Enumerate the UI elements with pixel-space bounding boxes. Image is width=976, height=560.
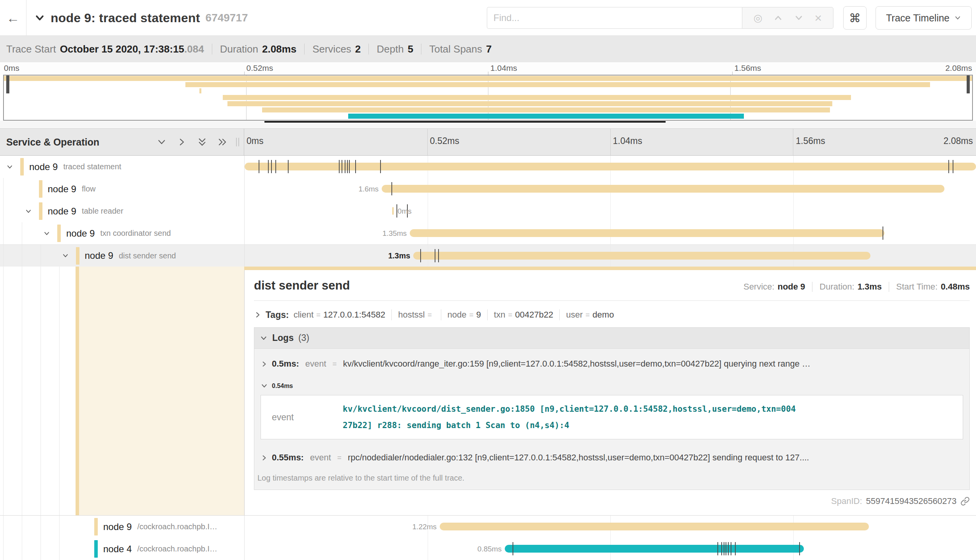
minimap-span-row (4, 82, 972, 88)
collapse-span-chevron-icon[interactable] (25, 208, 32, 215)
span-duration-bar[interactable] (392, 207, 394, 215)
log-marker-tick (268, 160, 269, 173)
span-row-3[interactable]: node 9txn coordinator send1.35ms (0, 222, 976, 244)
span-name-cell[interactable]: node 9/cockroach.roachpb.I… (0, 516, 244, 538)
span-service-name[interactable]: node 9 (48, 206, 76, 217)
locate-span-icon[interactable]: ◎ (754, 12, 763, 24)
span-duration-bar[interactable] (440, 523, 869, 530)
log-row[interactable]: 0.55ms:event=rpc/nodedialer/nodedialer.g… (258, 445, 965, 470)
span-name-wrap[interactable]: node 9table reader (39, 200, 123, 222)
back-button[interactable]: ← (0, 0, 26, 36)
ruler-label: 0.52ms (430, 136, 459, 146)
minimap-scrubber-strip (0, 121, 976, 128)
span-duration-bar[interactable] (413, 252, 870, 260)
find-next-icon[interactable] (794, 13, 803, 23)
tag-item[interactable]: hostssl= (398, 310, 435, 320)
minimap-span-row (4, 88, 972, 94)
log-marker-tick (728, 542, 729, 555)
find-input[interactable] (487, 7, 742, 29)
span-duration-bar[interactable] (245, 163, 976, 170)
span-name-wrap[interactable]: node 9dist sender send (76, 245, 176, 267)
timeline-gridline (428, 538, 428, 560)
collapse-span-chevron-icon[interactable] (62, 252, 69, 259)
span-name-wrap[interactable]: node 9traced statement (20, 156, 121, 178)
span-timeline-cell[interactable] (244, 156, 976, 178)
tag-item[interactable]: txn=00427b22 (494, 310, 553, 320)
span-row-4[interactable]: node 9dist sender send1.3ms (0, 244, 976, 267)
span-service-name[interactable]: node 9 (66, 228, 95, 239)
minimap[interactable] (3, 75, 973, 121)
span-name-wrap[interactable]: node 9flow (39, 178, 96, 200)
log-marker-tick (342, 160, 342, 173)
span-service-name[interactable]: node 9 (85, 250, 113, 261)
expand-one-icon[interactable] (177, 137, 187, 147)
services-label: Services (312, 43, 351, 55)
tag-item[interactable]: user=demo (566, 310, 614, 320)
span-row-6[interactable]: node 4/cockroach.roachpb.I…0.85ms (0, 538, 976, 560)
span-duration-bar[interactable] (505, 545, 803, 553)
log-expanded-header[interactable]: 0.54ms (258, 377, 965, 393)
logs-header[interactable]: Logs (3) (254, 328, 969, 349)
span-duration-bar[interactable] (382, 185, 944, 193)
span-row-1[interactable]: node 9flow1.6ms (0, 178, 976, 200)
span-name-cell[interactable]: node 9traced statement (0, 156, 244, 178)
span-duration-label: 1.22ms (412, 516, 437, 538)
minimap-axis-label: 0ms (4, 63, 19, 73)
span-name-wrap[interactable]: node 9txn coordinator send (57, 222, 171, 244)
minimap-left-handle[interactable] (6, 75, 9, 93)
span-timeline-cell[interactable]: 1.35ms (244, 222, 976, 244)
log-key: event (261, 395, 343, 439)
minimap-span-row (4, 113, 972, 119)
find-prev-icon[interactable] (773, 13, 783, 23)
span-service-name[interactable]: node 9 (103, 521, 132, 532)
span-name-cell[interactable]: node 4/cockroach.roachpb.I… (0, 538, 244, 560)
service-operation-header: Service & Operation (0, 129, 244, 155)
duration-label: Duration (220, 43, 258, 55)
expand-all-icon[interactable] (217, 137, 227, 147)
span-timeline-cell[interactable]: 1.22ms (244, 516, 976, 538)
span-row-2[interactable]: node 9table reader0ms (0, 200, 976, 222)
log-key-value-table: eventkv/kvclient/kvcoord/dist_sender.go:… (261, 395, 963, 439)
tag-item[interactable]: client=127.0.0.1:54582 (294, 310, 386, 320)
deep-link-icon[interactable] (960, 497, 970, 506)
span-row-5[interactable]: node 9/cockroach.roachpb.I…1.22ms (0, 516, 976, 538)
minimap-right-handle[interactable] (967, 75, 970, 93)
chevron-down-icon (954, 14, 961, 21)
log-row[interactable]: 0.5ms:event=kv/kvclient/kvcoord/range_it… (258, 351, 965, 377)
span-timeline-cell[interactable]: 1.6ms (244, 178, 976, 200)
keyboard-shortcuts-button[interactable]: ⌘ (843, 6, 867, 30)
minimap-span-bar (185, 82, 930, 87)
logs-box: Logs (3) 0.5ms:event=kv/kvclient/kvcoord… (254, 327, 970, 490)
span-name-cell[interactable]: node 9txn coordinator send (0, 222, 244, 244)
span-timeline-cell[interactable]: 1.3ms (244, 245, 976, 267)
collapse-span-chevron-icon[interactable] (43, 230, 50, 237)
span-duration-bar[interactable] (410, 229, 884, 237)
collapse-trace-chevron-icon[interactable] (34, 12, 45, 23)
span-service-name[interactable]: node 9 (29, 162, 58, 172)
trace-view-label: Trace Timeline (886, 12, 950, 24)
column-resize-grabber[interactable] (236, 138, 239, 146)
span-name-cell[interactable]: node 9table reader (0, 200, 244, 222)
span-service-name[interactable]: node 9 (48, 184, 76, 195)
trace-start-label: Trace Start (6, 43, 56, 55)
span-name-cell[interactable]: node 9dist sender send (0, 245, 244, 267)
tag-item[interactable]: node=9 (447, 310, 481, 320)
span-name-cell[interactable]: node 9flow (0, 178, 244, 200)
start-time-value: 0.48ms (941, 282, 970, 292)
span-name-wrap[interactable]: node 9/cockroach.roachpb.I… (94, 516, 217, 538)
tree-guide-line (3, 222, 4, 244)
span-timeline-cell[interactable]: 0.85ms (244, 538, 976, 560)
collapse-one-icon[interactable] (157, 137, 167, 147)
minimap-time-axis: 0ms0.52ms1.04ms1.56ms2.08ms (0, 62, 976, 75)
clear-find-icon[interactable]: × (815, 11, 822, 25)
log-key: event (305, 359, 326, 369)
viewport-range-indicator[interactable] (264, 121, 666, 123)
collapse-span-chevron-icon[interactable] (6, 163, 13, 170)
tags-row[interactable]: Tags: client=127.0.0.1:54582hostssl=node… (254, 309, 970, 320)
span-timeline-cell[interactable]: 0ms (244, 200, 976, 222)
span-row-0[interactable]: node 9traced statement (0, 156, 976, 178)
trace-view-dropdown[interactable]: Trace Timeline (876, 6, 972, 30)
collapse-all-icon[interactable] (197, 137, 207, 147)
span-name-wrap[interactable]: node 4/cockroach.roachpb.I… (94, 538, 217, 560)
span-service-name[interactable]: node 4 (103, 544, 132, 555)
